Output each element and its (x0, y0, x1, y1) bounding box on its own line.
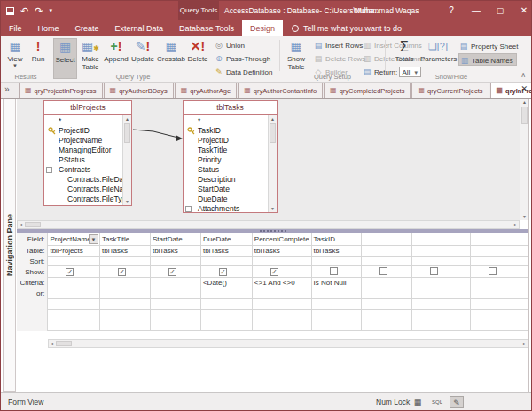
show-checkbox[interactable]: ✓ (270, 268, 278, 276)
grid-cell-blank[interactable] (470, 320, 528, 331)
menu-tab-home[interactable]: Home (30, 20, 67, 36)
tell-me-box[interactable]: Tell me what you want to do (283, 20, 402, 36)
dropdown-icon[interactable]: ▼ (89, 234, 98, 244)
table-field[interactable]: −Attachments (184, 204, 268, 212)
grid-cell-criteria[interactable] (48, 278, 100, 288)
qat-customize-icon[interactable]: ▾ (49, 1, 52, 20)
show-checkbox[interactable] (330, 267, 338, 275)
scroll-up-icon[interactable]: ▲ (123, 116, 131, 122)
collapse-ribbon-icon[interactable]: ∧ (520, 71, 526, 79)
grid-cell-blank[interactable] (48, 320, 100, 331)
show-checkbox[interactable]: ✓ (118, 268, 126, 276)
grid-cell-blank[interactable] (252, 310, 311, 320)
grid-cell-table[interactable] (361, 246, 411, 257)
grid-cell-blank[interactable] (200, 320, 252, 331)
scroll-left-icon[interactable]: ◄ (19, 222, 23, 227)
grid-cell-blank[interactable] (470, 299, 528, 310)
grid-cell-blank[interactable] (411, 310, 470, 320)
grid-cell-table[interactable]: tblTasks (252, 246, 311, 257)
grid-cell-show[interactable] (470, 266, 528, 278)
grid-cell-blank[interactable] (411, 320, 470, 331)
grid-cell-or[interactable] (200, 288, 252, 299)
menu-tab-external-data[interactable]: External Data (107, 20, 172, 36)
grid-cell-criteria[interactable]: <>1 And <>0 (252, 278, 311, 288)
grid-cell-show[interactable]: ✓ (150, 266, 200, 278)
account-name[interactable]: Muhammad Waqas (354, 1, 419, 20)
grid-cell-field[interactable]: PercentComplete (252, 233, 311, 246)
table-field[interactable]: ProjectID (44, 126, 122, 136)
show-checkbox[interactable] (489, 267, 497, 275)
datasheet-view-icon[interactable]: ▦ (411, 396, 425, 408)
table-field[interactable]: Priority (184, 155, 268, 165)
grid-cell-or[interactable] (361, 288, 411, 299)
grid-cell-criteria[interactable] (361, 278, 411, 288)
grid-cell-show[interactable]: ✓ (48, 266, 100, 278)
table-field[interactable]: Contracts.FileName (44, 185, 122, 194)
table-field[interactable]: TaskID (184, 126, 268, 136)
grid-cell-blank[interactable] (311, 310, 361, 320)
grid-cell-blank[interactable] (311, 299, 361, 310)
grid-cell-table[interactable]: tblProjects (48, 246, 100, 257)
show-checkbox[interactable]: ✓ (219, 268, 227, 276)
minimize-button[interactable]: — (469, 1, 483, 20)
table-field[interactable]: Description (184, 175, 268, 185)
table-field[interactable]: −Contracts (44, 165, 122, 175)
context-tab-query-tools[interactable]: Query Tools (178, 1, 219, 20)
grid-cell-blank[interactable] (200, 299, 252, 310)
doc-tab-qryCompletedProjects[interactable]: ▦qryCompletedProjects (324, 83, 411, 98)
panel-horizontal-scrollbar[interactable]: ◄ ► (17, 220, 520, 229)
grid-cell-table[interactable] (411, 246, 470, 257)
grid-cell-table[interactable]: tblTasks (150, 246, 200, 257)
table-scrollbar[interactable]: ▲ ▼ (122, 115, 131, 205)
grid-cell-blank[interactable] (100, 320, 151, 331)
grid-cell-sort[interactable] (311, 257, 361, 266)
grid-cell-sort[interactable] (361, 257, 411, 266)
grid-cell-show[interactable]: ✓ (252, 266, 311, 278)
grid-cell-or[interactable] (252, 288, 311, 299)
grid-cell-or[interactable] (311, 288, 361, 299)
show-checkbox[interactable] (430, 267, 438, 275)
sql-view-icon[interactable]: SQL (430, 396, 444, 408)
scrollbar-thumb[interactable] (521, 107, 528, 124)
grid-cell-or[interactable] (470, 288, 528, 299)
redo-icon[interactable]: ↷ (35, 1, 43, 20)
table-field[interactable]: Contracts.FileData (44, 175, 122, 185)
grid-cell-blank[interactable] (361, 310, 411, 320)
grid-cell-blank[interactable] (470, 310, 528, 320)
table-field[interactable]: Contracts.FileType (44, 194, 122, 204)
table-box-tbltasks[interactable]: tblTasks *TaskIDProjectIDTaskTitlePriori… (183, 100, 278, 213)
menu-tab-create[interactable]: Create (67, 20, 107, 36)
show-checkbox[interactable]: ✓ (168, 268, 176, 276)
doc-tab-qryAuthorContantInfo[interactable]: ▦qryAuthorContantInfo (238, 83, 323, 98)
scroll-up-icon[interactable]: ▲ (269, 116, 277, 122)
collapse-icon[interactable]: − (46, 167, 52, 173)
grid-cell-sort[interactable] (411, 257, 470, 266)
grid-cell-table[interactable] (470, 246, 528, 257)
grid-cell-criteria[interactable]: Is Not Null (311, 278, 361, 288)
union-button[interactable]: ◎Union (214, 39, 245, 51)
scroll-right-icon[interactable]: ► (522, 341, 527, 346)
grid-cell-show[interactable]: ✓ (100, 266, 151, 278)
scrollbar-thumb[interactable] (25, 222, 41, 227)
grid-cell-blank[interactable] (361, 320, 411, 331)
grid-cell-table[interactable]: tblTasks (200, 246, 252, 257)
grid-cell-field[interactable]: TaskTitle (100, 233, 151, 246)
grid-cell-blank[interactable] (150, 320, 200, 331)
panel-vertical-scrollbar[interactable]: ▲ ▼ (520, 99, 528, 220)
grid-cell-sort[interactable] (150, 257, 200, 266)
grid-cell-field[interactable]: StartDate (150, 233, 200, 246)
grid-cell-field[interactable]: DueDate (200, 233, 252, 246)
table-field[interactable]: * (184, 116, 268, 126)
doc-tab-qryProjectInProgress[interactable]: ▦qryProjectInProgress (19, 83, 103, 98)
scroll-down-icon[interactable]: ▼ (123, 199, 131, 204)
grid-cell-show[interactable] (411, 266, 470, 278)
grid-cell-criteria[interactable] (411, 278, 470, 288)
table-field[interactable]: ProjectName (44, 136, 122, 146)
doc-tab-qryCurrentProjects[interactable]: ▦qryCurrentProjects (411, 83, 489, 98)
scrollbar-thumb[interactable] (56, 341, 72, 346)
table-field[interactable]: * (44, 116, 122, 126)
data-definition-button[interactable]: ✎Data Definition (214, 66, 272, 78)
grid-cell-blank[interactable] (252, 299, 311, 310)
grid-cell-or[interactable] (100, 288, 151, 299)
table-box-tblprojects[interactable]: tblProjects *ProjectIDProjectNameManagin… (43, 100, 132, 206)
